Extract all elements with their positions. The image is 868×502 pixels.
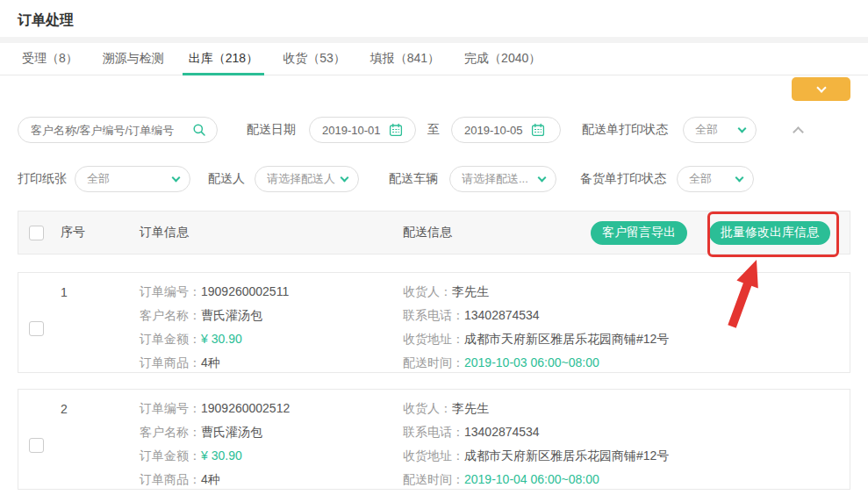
tab-receive[interactable]: 收货（53） [276,43,352,75]
order-info-cell: 订单编号：1909260002512 客户名称：曹氏灌汤包 订单金额：¥ 30.… [140,397,403,489]
search-icon[interactable] [192,123,206,137]
phone-value: 13402874534 [464,425,540,439]
tab-accept[interactable]: 受理（8） [16,43,84,75]
delivery-time-value: 2019-10-04 06:00~08:00 [464,472,599,486]
tab-outbound[interactable]: 出库（218） [183,43,264,75]
batch-edit-outbound-button[interactable]: 批量修改出库信息 [709,221,830,245]
order-amount-label: 订单金额： [140,332,201,346]
print-paper-select[interactable]: 全部 [75,166,190,192]
order-no-value: 1909260002512 [201,401,290,415]
column-header-order-info: 订单信息 [140,225,403,240]
collapse-filters-button[interactable] [794,125,802,136]
stock-print-status-label: 备货单打印状态 [580,171,666,187]
chevron-down-icon [172,173,181,182]
page-title: 订单处理 [18,11,868,30]
title-bar: 订单处理 [0,0,868,37]
delivery-print-status-value: 全部 [695,122,718,138]
stock-print-status-value: 全部 [689,171,712,187]
order-amount-value: ¥ 30.90 [201,332,242,346]
delivery-info-cell: 收货人：李先生 联系电话：13402874534 收货地址：成都市天府新区雅居乐… [403,280,850,372]
order-amount-label: 订单金额： [140,448,201,463]
chevron-down-icon [341,173,349,182]
receiver-value: 李先生 [452,401,489,415]
print-paper-label: 打印纸张 [18,171,67,187]
phone-label: 联系电话： [403,308,464,322]
vehicle-label: 配送车辆 [389,171,438,187]
chevron-down-icon [538,173,547,182]
vehicle-select[interactable]: 请选择配送... [449,166,556,192]
stock-print-status-select[interactable]: 全部 [677,166,754,192]
courier-label: 配送人 [208,171,245,187]
address-label: 收货地址： [403,332,464,346]
date-to-box [451,117,561,143]
export-customer-messages-button[interactable]: 客户留言导出 [591,221,687,245]
order-row: 1 订单编号：1909260002511 客户名称：曹氏灌汤包 订单金额：¥ 3… [18,272,850,373]
receiver-value: 李先生 [452,284,489,298]
tab-report[interactable]: 填报（841） [364,43,446,75]
search-box [18,117,218,143]
filter-row-1: 配送日期 至 [0,117,868,143]
calendar-icon[interactable] [531,123,545,137]
address-label: 收货地址： [403,448,464,463]
order-no-label: 订单编号： [140,401,201,415]
chevron-down-icon [816,82,826,92]
row-checkbox[interactable] [29,438,44,453]
select-all-checkbox[interactable] [29,226,44,240]
customer-name-label: 客户名称： [140,308,201,322]
order-items-label: 订单商品： [140,355,201,369]
search-input[interactable] [31,124,192,137]
order-items-value: 4种 [201,355,220,369]
expand-panel-button[interactable] [792,77,850,101]
row-index: 2 [61,397,140,489]
order-items-value: 4种 [201,472,220,486]
chevron-down-icon [738,124,747,133]
courier-value: 请选择配送人 [267,171,335,187]
date-range-separator: 至 [427,122,440,138]
tab-complete[interactable]: 完成（2040） [458,43,547,75]
order-items-label: 订单商品： [140,472,201,486]
delivery-time-label: 配送时间： [403,472,464,486]
date-to-input[interactable] [464,124,531,137]
delivery-print-status-select[interactable]: 全部 [683,117,757,143]
receiver-label: 收货人： [403,284,452,298]
order-no-label: 订单编号： [140,284,201,298]
row-checkbox[interactable] [29,321,44,336]
row-index: 1 [61,280,140,372]
order-processing-page: 订单处理 受理（8） 溯源与检测 出库（218） 收货（53） 填报（841） … [0,0,868,502]
customer-name-label: 客户名称： [140,425,201,439]
print-paper-value: 全部 [87,171,110,187]
date-from-input[interactable] [322,124,389,137]
order-amount-value: ¥ 30.90 [201,448,242,463]
delivery-print-status-label: 配送单打印状态 [582,122,668,138]
phone-label: 联系电话： [403,425,464,439]
chevron-up-icon [793,126,804,138]
column-header-index: 序号 [61,225,140,240]
receiver-label: 收货人： [403,401,452,415]
customer-name-value: 曹氏灌汤包 [201,425,262,439]
customer-name-value: 曹氏灌汤包 [201,308,262,322]
delivery-time-label: 配送时间： [403,355,464,369]
chevron-down-icon [735,173,744,182]
address-value: 成都市天府新区雅居乐花园商铺#12号 [464,332,669,346]
toolbar-row [0,75,868,116]
phone-value: 13402874534 [464,308,540,322]
table-header: 序号 订单信息 配送信息 客户留言导出 批量修改出库信息 [18,211,850,255]
order-info-cell: 订单编号：1909260002511 客户名称：曹氏灌汤包 订单金额：¥ 30.… [140,280,403,372]
column-header-delivery-info: 配送信息 [403,225,591,240]
delivery-time-value: 2019-10-03 06:00~08:00 [464,355,599,369]
address-value: 成都市天府新区雅居乐花园商铺#12号 [464,448,669,463]
order-row: 2 订单编号：1909260002512 客户名称：曹氏灌汤包 订单金额：¥ 3… [18,389,850,490]
vehicle-value: 请选择配送... [462,171,528,187]
courier-select[interactable]: 请选择配送人 [255,166,359,192]
filter-row-2: 打印纸张 全部 配送人 请选择配送人 配送车辆 请选择配送... 备货单打印状态… [0,166,868,192]
tab-trace-detect[interactable]: 溯源与检测 [97,43,170,75]
title-divider [0,37,868,43]
delivery-info-cell: 收货人：李先生 联系电话：13402874534 收货地址：成都市天府新区雅居乐… [403,397,850,489]
delivery-date-label: 配送日期 [247,122,296,138]
tabs-bar: 受理（8） 溯源与检测 出库（218） 收货（53） 填报（841） 完成（20… [0,43,868,75]
date-from-box [309,117,416,143]
calendar-icon[interactable] [389,123,403,137]
order-no-value: 1909260002511 [201,284,289,298]
